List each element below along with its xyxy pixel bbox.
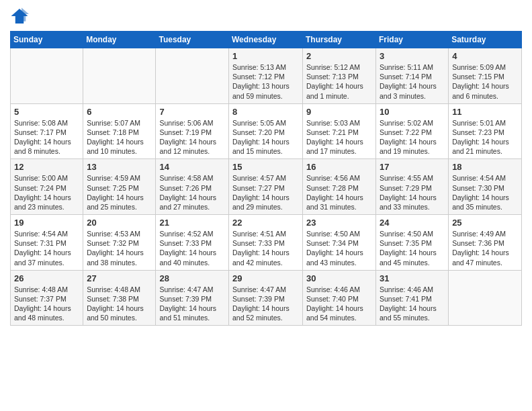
- sunrise-text: Sunrise: 4:58 AM: [159, 174, 213, 182]
- day-number: 10: [380, 107, 445, 117]
- sunset-text: Sunset: 7:37 PM: [14, 295, 66, 303]
- daylight-text: Daylight: 14 hours and 23 minutes.: [14, 193, 71, 211]
- sunrise-text: Sunrise: 5:02 AM: [380, 119, 433, 127]
- day-cell: 27Sunrise: 4:48 AMSunset: 7:38 PMDayligh…: [83, 270, 156, 326]
- daylight-text: Daylight: 14 hours and 17 minutes.: [306, 138, 363, 155]
- day-cell: 12Sunrise: 5:00 AMSunset: 7:24 PMDayligh…: [11, 159, 83, 215]
- day-number: 27: [87, 273, 152, 283]
- day-cell: 29Sunrise: 4:47 AMSunset: 7:39 PMDayligh…: [229, 270, 303, 326]
- day-info: Sunrise: 4:56 AMSunset: 7:28 PMDaylight:…: [306, 173, 372, 212]
- daylight-text: Daylight: 14 hours and 42 minutes.: [232, 248, 290, 266]
- daylight-text: Daylight: 14 hours and 40 minutes.: [159, 248, 216, 266]
- sunset-text: Sunset: 7:32 PM: [87, 239, 139, 247]
- weekday-header-saturday: Saturday: [449, 32, 522, 48]
- day-info: Sunrise: 4:58 AMSunset: 7:26 PMDaylight:…: [159, 173, 225, 212]
- sunset-text: Sunset: 7:28 PM: [306, 184, 359, 192]
- day-number: 17: [380, 162, 445, 172]
- day-cell: 24Sunrise: 4:50 AMSunset: 7:35 PMDayligh…: [376, 215, 449, 271]
- daylight-text: Daylight: 13 hours and 59 minutes.: [232, 82, 290, 99]
- day-number: 3: [380, 51, 445, 61]
- day-info: Sunrise: 4:59 AMSunset: 7:25 PMDaylight:…: [87, 173, 152, 212]
- day-info: Sunrise: 5:09 AMSunset: 7:15 PMDaylight:…: [452, 62, 518, 101]
- daylight-text: Daylight: 14 hours and 48 minutes.: [14, 304, 71, 322]
- day-info: Sunrise: 4:52 AMSunset: 7:33 PMDaylight:…: [159, 229, 225, 267]
- day-number: 25: [452, 218, 518, 228]
- day-info: Sunrise: 5:07 AMSunset: 7:18 PMDaylight:…: [87, 118, 152, 156]
- day-cell: 8Sunrise: 5:05 AMSunset: 7:20 PMDaylight…: [229, 103, 303, 159]
- daylight-text: Daylight: 14 hours and 3 minutes.: [380, 82, 437, 99]
- day-info: Sunrise: 5:12 AMSunset: 7:13 PMDaylight:…: [306, 62, 372, 101]
- day-cell: 7Sunrise: 5:06 AMSunset: 7:19 PMDaylight…: [156, 103, 229, 159]
- week-row-1: 1Sunrise: 5:13 AMSunset: 7:12 PMDaylight…: [11, 48, 522, 104]
- day-number: 20: [87, 218, 152, 228]
- day-info: Sunrise: 4:48 AMSunset: 7:37 PMDaylight:…: [14, 285, 79, 323]
- day-number: 21: [159, 218, 225, 228]
- day-cell: 2Sunrise: 5:12 AMSunset: 7:13 PMDaylight…: [303, 48, 376, 104]
- sunrise-text: Sunrise: 4:52 AM: [159, 230, 213, 238]
- day-cell: 30Sunrise: 4:46 AMSunset: 7:40 PMDayligh…: [303, 270, 376, 326]
- sunset-text: Sunset: 7:23 PM: [452, 128, 504, 136]
- weekday-header-thursday: Thursday: [303, 32, 376, 48]
- sunset-text: Sunset: 7:33 PM: [159, 239, 212, 247]
- sunset-text: Sunset: 7:18 PM: [87, 128, 139, 136]
- sunset-text: Sunset: 7:39 PM: [159, 295, 212, 303]
- day-info: Sunrise: 4:48 AMSunset: 7:38 PMDaylight:…: [87, 285, 152, 323]
- sunrise-text: Sunrise: 5:01 AM: [452, 119, 506, 127]
- day-number: 28: [159, 273, 225, 283]
- sunrise-text: Sunrise: 4:55 AM: [380, 174, 433, 182]
- sunset-text: Sunset: 7:29 PM: [380, 184, 432, 192]
- day-cell: 13Sunrise: 4:59 AMSunset: 7:25 PMDayligh…: [83, 159, 156, 215]
- daylight-text: Daylight: 14 hours and 50 minutes.: [87, 304, 144, 322]
- day-cell: [83, 48, 156, 104]
- daylight-text: Daylight: 14 hours and 35 minutes.: [452, 193, 509, 211]
- day-cell: 20Sunrise: 4:53 AMSunset: 7:32 PMDayligh…: [83, 215, 156, 271]
- day-cell: 10Sunrise: 5:02 AMSunset: 7:22 PMDayligh…: [376, 103, 449, 159]
- day-info: Sunrise: 5:11 AMSunset: 7:14 PMDaylight:…: [380, 62, 445, 101]
- sunrise-text: Sunrise: 4:57 AM: [232, 174, 286, 182]
- weekday-header-monday: Monday: [83, 32, 156, 48]
- sunset-text: Sunset: 7:39 PM: [232, 295, 285, 303]
- weekday-header-wednesday: Wednesday: [229, 32, 303, 48]
- daylight-text: Daylight: 14 hours and 21 minutes.: [452, 138, 509, 155]
- day-info: Sunrise: 4:47 AMSunset: 7:39 PMDaylight:…: [159, 285, 225, 323]
- day-info: Sunrise: 4:47 AMSunset: 7:39 PMDaylight:…: [232, 285, 299, 323]
- sunset-text: Sunset: 7:19 PM: [159, 128, 212, 136]
- day-cell: 25Sunrise: 4:49 AMSunset: 7:36 PMDayligh…: [449, 215, 522, 271]
- sunrise-text: Sunrise: 5:05 AM: [232, 119, 286, 127]
- day-info: Sunrise: 5:06 AMSunset: 7:19 PMDaylight:…: [159, 118, 225, 156]
- daylight-text: Daylight: 14 hours and 38 minutes.: [87, 248, 144, 266]
- sunrise-text: Sunrise: 4:54 AM: [14, 230, 68, 238]
- sunset-text: Sunset: 7:25 PM: [87, 184, 139, 192]
- daylight-text: Daylight: 14 hours and 27 minutes.: [159, 193, 216, 211]
- week-row-5: 26Sunrise: 4:48 AMSunset: 7:37 PMDayligh…: [11, 270, 522, 326]
- daylight-text: Daylight: 14 hours and 15 minutes.: [232, 138, 290, 155]
- day-number: 11: [452, 107, 518, 117]
- sunset-text: Sunset: 7:35 PM: [380, 239, 432, 247]
- day-info: Sunrise: 4:50 AMSunset: 7:35 PMDaylight:…: [380, 229, 445, 267]
- daylight-text: Daylight: 14 hours and 33 minutes.: [380, 193, 437, 211]
- sunrise-text: Sunrise: 5:08 AM: [14, 119, 68, 127]
- calendar-header: SundayMondayTuesdayWednesdayThursdayFrid…: [11, 32, 522, 48]
- sunrise-text: Sunrise: 4:48 AM: [87, 285, 140, 293]
- day-cell: [449, 270, 522, 326]
- weekday-row: SundayMondayTuesdayWednesdayThursdayFrid…: [11, 32, 522, 48]
- sunset-text: Sunset: 7:33 PM: [232, 239, 285, 247]
- sunrise-text: Sunrise: 4:47 AM: [159, 285, 213, 293]
- day-number: 4: [452, 51, 518, 61]
- daylight-text: Daylight: 14 hours and 51 minutes.: [159, 304, 216, 322]
- sunrise-text: Sunrise: 4:50 AM: [306, 230, 360, 238]
- daylight-text: Daylight: 14 hours and 25 minutes.: [87, 193, 144, 211]
- sunrise-text: Sunrise: 4:54 AM: [452, 174, 506, 182]
- sunset-text: Sunset: 7:27 PM: [232, 184, 285, 192]
- sunrise-text: Sunrise: 4:47 AM: [232, 285, 286, 293]
- sunset-text: Sunset: 7:41 PM: [380, 295, 432, 303]
- daylight-text: Daylight: 14 hours and 55 minutes.: [380, 304, 437, 322]
- day-number: 30: [306, 273, 372, 283]
- day-info: Sunrise: 5:02 AMSunset: 7:22 PMDaylight:…: [380, 118, 445, 156]
- daylight-text: Daylight: 14 hours and 52 minutes.: [232, 304, 290, 322]
- day-cell: 3Sunrise: 5:11 AMSunset: 7:14 PMDaylight…: [376, 48, 449, 104]
- day-number: 6: [87, 107, 152, 117]
- sunrise-text: Sunrise: 5:00 AM: [14, 174, 68, 182]
- sunrise-text: Sunrise: 4:46 AM: [306, 285, 360, 293]
- day-number: 26: [14, 273, 79, 283]
